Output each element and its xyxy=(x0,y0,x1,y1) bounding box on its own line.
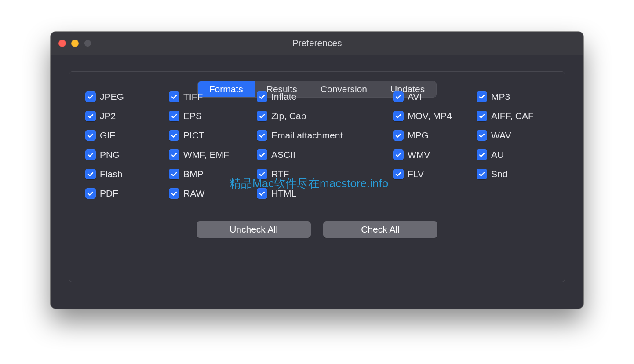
checkmark-icon xyxy=(85,169,96,179)
close-icon[interactable] xyxy=(58,40,66,47)
empty-cell xyxy=(477,187,565,200)
empty-cell xyxy=(393,187,477,200)
format-label: GIF xyxy=(100,130,115,141)
format-label: AIFF, CAF xyxy=(491,111,534,121)
checkmark-icon xyxy=(85,130,96,141)
format-checkbox[interactable]: WAV xyxy=(477,129,565,142)
format-checkbox[interactable]: ASCII xyxy=(257,148,393,161)
format-label: HTML xyxy=(271,188,296,199)
button-row: Uncheck All Check All xyxy=(69,221,565,238)
format-grid: JPEGTIFFInflateAVIMP3JP2EPSZip, CabMOV, … xyxy=(85,90,565,200)
checkmark-icon xyxy=(169,188,179,199)
format-checkbox[interactable]: AIFF, CAF xyxy=(477,109,565,123)
format-label: Email attachment xyxy=(271,130,343,141)
format-label: JP2 xyxy=(100,111,116,121)
format-checkbox[interactable]: Inflate xyxy=(257,90,393,103)
format-label: RAW xyxy=(183,188,204,199)
format-label: TIFF xyxy=(183,91,203,102)
checkmark-icon xyxy=(257,169,267,179)
checkmark-icon xyxy=(393,149,404,160)
format-checkbox[interactable]: HTML xyxy=(257,187,393,200)
checkmark-icon xyxy=(393,169,404,179)
format-checkbox[interactable]: MP3 xyxy=(477,90,565,103)
format-label: JPEG xyxy=(100,91,124,102)
checkmark-icon xyxy=(169,169,179,179)
format-label: AU xyxy=(491,149,504,160)
checkmark-icon xyxy=(257,188,267,199)
format-checkbox[interactable]: MOV, MP4 xyxy=(393,109,477,123)
check-all-button[interactable]: Check All xyxy=(323,221,437,238)
checkmark-icon xyxy=(477,111,487,121)
format-label: WAV xyxy=(491,130,511,141)
checkmark-icon xyxy=(169,111,179,121)
checkmark-icon xyxy=(393,111,404,121)
format-label: AVI xyxy=(408,91,422,102)
format-checkbox[interactable]: TIFF xyxy=(169,90,257,103)
checkmark-icon xyxy=(257,149,267,160)
checkmark-icon xyxy=(393,130,404,141)
format-checkbox[interactable]: MPG xyxy=(393,129,477,142)
format-checkbox[interactable]: GIF xyxy=(85,129,169,142)
format-label: MPG xyxy=(408,130,429,141)
format-label: ASCII xyxy=(271,149,295,160)
format-checkbox[interactable]: JP2 xyxy=(85,109,169,123)
format-label: WMF, EMF xyxy=(183,149,229,160)
format-checkbox[interactable]: WMV xyxy=(393,148,477,161)
uncheck-all-button[interactable]: Uncheck All xyxy=(197,221,311,238)
format-label: PICT xyxy=(183,130,204,141)
format-checkbox[interactable]: AVI xyxy=(393,90,477,103)
checkmark-icon xyxy=(257,91,267,102)
format-label: MP3 xyxy=(491,91,510,102)
format-checkbox[interactable]: Email attachment xyxy=(257,129,393,142)
checkmark-icon xyxy=(477,169,487,179)
format-checkbox[interactable]: Flash xyxy=(85,167,169,181)
format-checkbox[interactable]: WMF, EMF xyxy=(169,148,257,161)
checkmark-icon xyxy=(477,91,487,102)
checkmark-icon xyxy=(85,111,96,121)
checkmark-icon xyxy=(169,130,179,141)
window-title: Preferences xyxy=(51,38,583,48)
format-label: Flash xyxy=(100,169,122,179)
checkmark-icon xyxy=(257,111,267,121)
format-checkbox[interactable]: PNG xyxy=(85,148,169,161)
format-checkbox[interactable]: AU xyxy=(477,148,565,161)
format-checkbox[interactable]: RAW xyxy=(169,187,257,200)
format-label: Zip, Cab xyxy=(271,111,306,121)
checkmark-icon xyxy=(477,149,487,160)
checkmark-icon xyxy=(169,149,179,160)
checkmark-icon xyxy=(257,130,267,141)
format-label: WMV xyxy=(408,149,430,160)
format-checkbox[interactable]: EPS xyxy=(169,109,257,123)
format-label: BMP xyxy=(183,169,204,179)
checkmark-icon xyxy=(393,91,404,102)
checkmark-icon xyxy=(477,130,487,141)
checkmark-icon xyxy=(169,91,179,102)
format-checkbox[interactable]: RTF xyxy=(257,167,393,181)
traffic-lights xyxy=(58,40,91,47)
titlebar: Preferences xyxy=(51,32,583,55)
format-checkbox[interactable]: JPEG xyxy=(85,90,169,103)
format-checkbox[interactable]: Zip, Cab xyxy=(257,109,393,123)
formats-group: Formats Results Conversion Updates JPEGT… xyxy=(69,71,565,282)
format-label: RTF xyxy=(271,169,289,179)
format-label: EPS xyxy=(183,111,202,121)
format-label: Inflate xyxy=(271,91,296,102)
format-label: MOV, MP4 xyxy=(408,111,452,121)
format-checkbox[interactable]: FLV xyxy=(393,167,477,181)
format-label: FLV xyxy=(408,169,424,179)
format-checkbox[interactable]: BMP xyxy=(169,167,257,181)
format-checkbox[interactable]: PICT xyxy=(169,129,257,142)
format-checkbox[interactable]: PDF xyxy=(85,187,169,200)
format-checkbox[interactable]: Snd xyxy=(477,167,565,181)
checkmark-icon xyxy=(85,149,96,160)
minimize-icon[interactable] xyxy=(71,40,79,47)
format-label: Snd xyxy=(491,169,507,179)
format-label: PDF xyxy=(100,188,118,199)
zoom-icon[interactable] xyxy=(84,40,91,47)
checkmark-icon xyxy=(85,188,96,199)
preferences-window: Preferences Formats Results Conversion U… xyxy=(51,32,583,309)
checkmark-icon xyxy=(85,91,96,102)
format-label: PNG xyxy=(100,149,120,160)
